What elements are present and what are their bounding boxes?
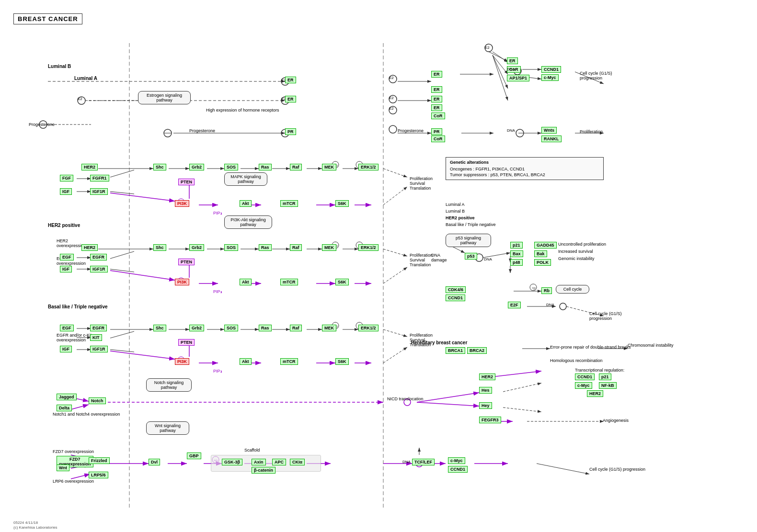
- e2f-box: E2F: [508, 302, 521, 308]
- svg-text:+p: +p: [532, 286, 536, 290]
- fgfr1-r1-box: FGFR1: [90, 175, 109, 181]
- igf1r-r1-box: IGF1R: [90, 188, 108, 195]
- title-text: BREAST CANCER: [18, 15, 78, 23]
- pr-right-box: PR: [431, 128, 442, 135]
- svg-line-154: [493, 52, 508, 62]
- shc-r3: Shc: [153, 325, 166, 331]
- betacatenin-box: β-catenin: [252, 467, 275, 474]
- egfr-r3-box: EGFR: [90, 325, 107, 331]
- svg-line-90: [503, 407, 541, 412]
- akt-r1: Akt: [240, 200, 252, 207]
- igf-r3-box: IGF: [60, 346, 72, 352]
- ap1sp1-top-box: AP1/SP1: [507, 75, 529, 81]
- gbp-box: GBP: [187, 453, 201, 459]
- increased-survival-label: Increased survival: [558, 249, 593, 254]
- rankl-box: RANKL: [541, 136, 562, 142]
- dna-e2f-label: DNA: [546, 303, 554, 307]
- angiogenesis-label: Angiogenesis: [603, 418, 629, 423]
- svg-line-47: [110, 271, 175, 280]
- ccnd1-t-box: CCND1: [575, 374, 595, 380]
- egf-r3-box: EGF: [60, 325, 74, 331]
- pip3-r2: PIP₃: [213, 289, 222, 294]
- er-right3-box: ER: [431, 96, 442, 102]
- genetic-alterations-title: Genetic alterations: [450, 160, 599, 165]
- svg-line-34: [383, 169, 407, 177]
- chromosomal-label: Chromosomal instability: [628, 343, 674, 348]
- scaffold-label: Scaffold: [244, 448, 260, 453]
- cmyc-bot-box: c-Myc: [448, 457, 465, 464]
- lrp56-box: LRP5/6: [89, 472, 108, 478]
- egfr-ckit-label: EGFR and/or c-Kitoverexpression: [57, 333, 92, 342]
- erk12-r2: ERK1/2: [358, 244, 378, 251]
- svg-line-89: [503, 383, 541, 392]
- svg-line-66: [110, 331, 134, 338]
- notch14-label: Notch1 and Notch4 overexpression: [53, 412, 120, 417]
- igf1r-r2-box: IGF1R: [90, 266, 108, 272]
- bak-box: Bak: [534, 250, 547, 257]
- ras-r3: Ras: [259, 325, 272, 331]
- svg-line-61: [383, 267, 407, 283]
- ccnd1-r-box: CCND1: [446, 294, 465, 301]
- svg-point-137: [560, 303, 566, 310]
- svg-line-45: [110, 251, 134, 259]
- svg-line-75: [383, 329, 407, 337]
- akt-r2: Akt: [240, 279, 252, 285]
- mek-r3: MEK: [322, 325, 336, 331]
- mapk-pathway-box: MAPK signaling pathway: [224, 172, 267, 186]
- ras-r2: Ras: [259, 244, 272, 251]
- er-right1-box: ER: [431, 71, 442, 78]
- p53-box: p53: [465, 253, 477, 260]
- dna-p53-label: DNA: [484, 257, 492, 261]
- pst-r1: ProliferationSurvivalTranslation: [410, 176, 433, 191]
- svg-line-67: [110, 350, 134, 352]
- egfr-r2-box: EGFR: [90, 254, 107, 260]
- nfkb-t-box: NF-kB: [599, 382, 617, 389]
- mek-r1: MEK: [322, 164, 336, 170]
- e2-b1-label: E2: [389, 76, 394, 80]
- svg-line-41: [383, 187, 407, 205]
- cell-cycle-g1s-r-label: Cell cycle (G1/S)progression: [589, 311, 622, 321]
- dvl-box: Dvl: [149, 459, 160, 465]
- fzd7-overexp-label: FZD7 overexpression: [53, 449, 94, 454]
- delta-box: Delta: [57, 405, 72, 411]
- ccnd1-bot-box: CCND1: [448, 466, 468, 473]
- wnt-pathway-box: Wnt signaling pathway: [146, 421, 189, 435]
- svg-line-156: [493, 55, 508, 89]
- pathway-diagram: +p +p +p +p +p +p +p +p +p +p +p: [0, 0, 757, 532]
- svg-line-106: [537, 464, 589, 474]
- error-prone-label: Error-prone repair of double-strand brea…: [550, 345, 631, 350]
- fegfr3-box: FEGFR3: [479, 417, 501, 423]
- notch-box: Notch: [89, 397, 106, 404]
- genomic-instability-label: Genomic instability: [558, 256, 595, 261]
- dna-pr-label: DNA: [507, 128, 515, 133]
- apc-box: APC: [272, 459, 286, 465]
- p53-pathway-box: p53 signaling pathway: [446, 234, 491, 247]
- pi3k-pathway-box: PI3K-Akt signaling pathway: [224, 215, 272, 229]
- erk12-r3: ERK1/2: [358, 325, 378, 331]
- brca2-box: BRCA2: [467, 347, 487, 354]
- cmyc-top-box: c-Myc: [541, 74, 559, 81]
- genetic-alterations-box: Genetic alterations Oncogenes : FGFR1, P…: [446, 157, 604, 180]
- progesterone-right-label: Progesterone: [398, 128, 424, 133]
- e2-b2-label: E2: [389, 96, 394, 100]
- notch-pathway-box: Notch signaling pathway: [146, 378, 192, 392]
- gadd45-box: GADD45: [534, 242, 557, 249]
- rb-box: Rb: [541, 287, 552, 294]
- svg-line-54: [383, 249, 407, 256]
- axin-box: Axin: [252, 459, 266, 465]
- pr-center-box: PR: [285, 128, 296, 135]
- p21-t-box: p21: [599, 374, 611, 380]
- svg-line-155: [493, 55, 508, 74]
- progesterone-center-label: Progesterone: [189, 128, 215, 133]
- grb2-r1: Grb2: [189, 164, 204, 170]
- sos-r3: SOS: [224, 325, 238, 331]
- hey-box: Hey: [479, 402, 492, 409]
- er-lb-box: ER: [285, 77, 296, 83]
- gsk3b-box: GSK-3β: [222, 459, 242, 465]
- subtype-basal: Basal like / Triple negative: [446, 222, 496, 227]
- jagged-box: Jagged: [57, 394, 77, 400]
- pi3k-r2: PI3K: [175, 279, 189, 285]
- shc-r2: Shc: [153, 244, 166, 251]
- svg-line-26: [110, 192, 134, 194]
- bax-box: Bax: [510, 250, 523, 257]
